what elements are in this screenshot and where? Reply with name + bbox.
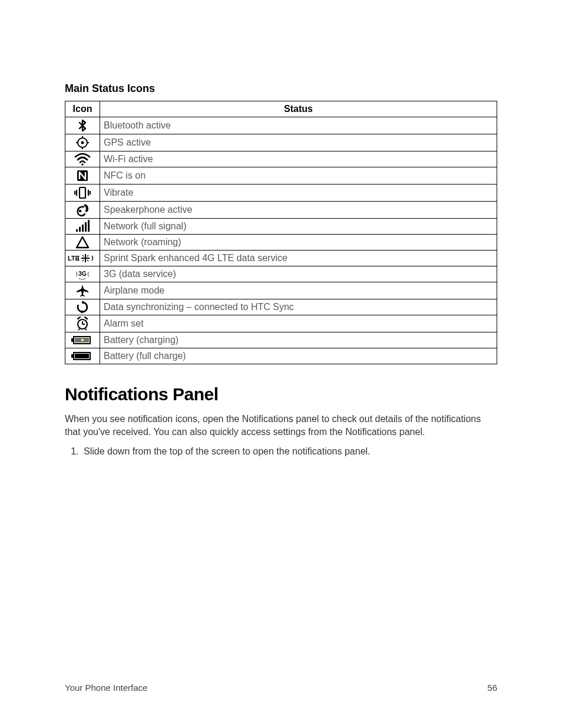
roaming-icon — [65, 235, 100, 251]
table-row: Network (roaming) — [65, 235, 497, 251]
svg-line-37 — [78, 329, 80, 330]
bluetooth-icon — [65, 117, 100, 134]
wifi-icon — [65, 151, 100, 167]
sync-icon — [65, 299, 100, 315]
table-row: LTE Sprint Spark enhanced 4G LTE data se… — [65, 251, 497, 266]
status-text: Sprint Spark enhanced 4G LTE data servic… — [100, 251, 497, 266]
status-text: Vibrate — [100, 185, 497, 202]
status-text: GPS active — [100, 134, 497, 151]
vibrate-icon — [65, 185, 100, 202]
status-text: Network (full signal) — [100, 219, 497, 235]
steps-list: Slide down from the top of the screen to… — [65, 446, 497, 457]
lte-spark-icon: LTE — [65, 251, 100, 266]
alarm-icon — [65, 315, 100, 332]
table-row: GPS active — [65, 134, 497, 151]
table-row: NFC is on — [65, 167, 497, 185]
header-status: Status — [100, 101, 497, 117]
status-text: Wi-Fi active — [100, 151, 497, 167]
svg-line-38 — [85, 329, 87, 330]
status-text: Network (roaming) — [100, 235, 497, 251]
table-row: Vibrate — [65, 185, 497, 202]
svg-point-13 — [79, 210, 81, 212]
table-row: Bluetooth active — [65, 117, 497, 134]
step-1: Slide down from the top of the screen to… — [81, 446, 497, 457]
status-text: NFC is on — [100, 167, 497, 185]
svg-rect-43 — [71, 354, 74, 358]
3g-icon: 3G — [65, 266, 100, 282]
battery-full-icon — [65, 348, 100, 364]
table-header-row: Icon Status — [65, 101, 497, 117]
svg-text:3G: 3G — [78, 271, 87, 277]
svg-rect-44 — [75, 354, 89, 358]
header-icon: Icon — [65, 101, 100, 117]
speakerphone-icon — [65, 202, 100, 219]
gps-icon — [65, 134, 100, 151]
notifications-heading: Notifications Panel — [65, 384, 497, 404]
table-row: Airplane mode — [65, 282, 497, 299]
signal-full-icon — [65, 219, 100, 235]
svg-rect-8 — [80, 187, 85, 198]
notifications-paragraph: When you see notification icons, open th… — [65, 413, 497, 438]
section-heading: Main Status Icons — [65, 83, 497, 95]
table-row: Battery (charging) — [65, 332, 497, 348]
status-text: Airplane mode — [100, 282, 497, 299]
svg-point-20 — [84, 257, 86, 259]
nfc-icon — [65, 167, 100, 185]
svg-line-35 — [78, 317, 80, 319]
status-text: Alarm set — [100, 315, 497, 332]
status-text: Speakerphone active — [100, 202, 497, 219]
table-row: Alarm set — [65, 315, 497, 332]
table-row: 3G 3G (data service) — [65, 266, 497, 282]
svg-rect-16 — [82, 225, 84, 232]
table-row: Speakerphone active — [65, 202, 497, 219]
battery-charging-icon — [65, 332, 100, 348]
svg-rect-17 — [85, 222, 87, 232]
status-icons-table: Icon Status Bluetooth active GPS active — [65, 101, 497, 364]
footer-section-name: Your Phone Interface — [65, 683, 147, 693]
svg-point-6 — [81, 163, 84, 166]
page-footer: Your Phone Interface 56 — [65, 683, 497, 693]
status-text: Data synchronizing – connected to HTC Sy… — [100, 299, 497, 315]
svg-rect-40 — [71, 338, 74, 342]
table-row: Network (full signal) — [65, 219, 497, 235]
svg-point-1 — [81, 141, 84, 144]
status-text: Battery (charging) — [100, 332, 497, 348]
svg-rect-18 — [88, 220, 90, 232]
table-row: Battery (full charge) — [65, 348, 497, 364]
status-text: Battery (full charge) — [100, 348, 497, 364]
airplane-icon — [65, 282, 100, 299]
status-text: Bluetooth active — [100, 117, 497, 134]
table-row: Data synchronizing – connected to HTC Sy… — [65, 299, 497, 315]
page: Main Status Icons Icon Status Bluetooth … — [0, 0, 562, 728]
footer-page-number: 56 — [487, 683, 497, 693]
svg-rect-14 — [76, 229, 78, 232]
status-text: 3G (data service) — [100, 266, 497, 282]
svg-line-36 — [85, 317, 87, 319]
table-row: Wi-Fi active — [65, 151, 497, 167]
svg-rect-15 — [79, 227, 81, 232]
